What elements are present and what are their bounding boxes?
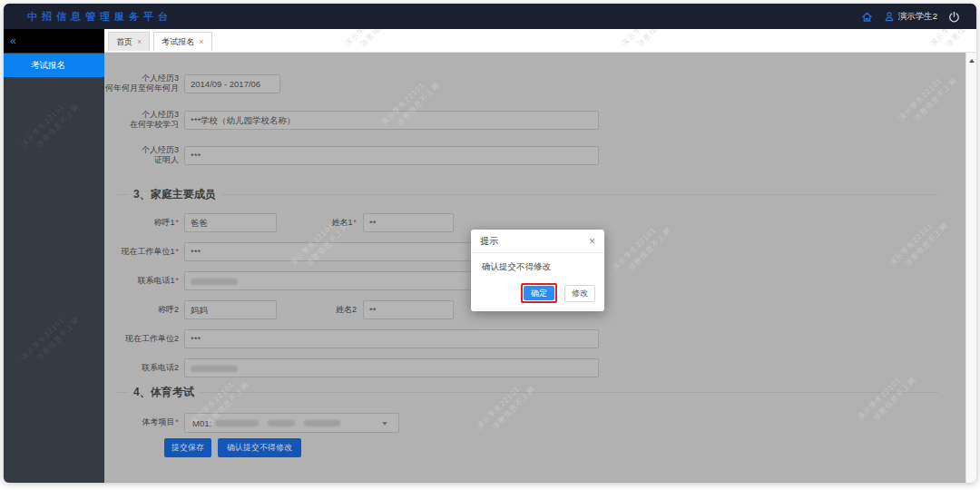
redacted-value	[191, 279, 238, 285]
collapse-icon: «	[10, 34, 16, 47]
section-family-members: 3、家庭主要成员	[116, 187, 938, 201]
tab-label: 首页	[116, 36, 132, 48]
close-tab-icon[interactable]: ×	[199, 37, 203, 46]
exp3-witness-input[interactable]: ***	[184, 146, 599, 165]
redacted-value	[304, 420, 340, 426]
watermark: 演示学生22101涉密信息不上网	[19, 308, 82, 370]
field-label: 个人经历3 在何学校学习	[104, 110, 179, 130]
name1-input[interactable]: **	[363, 213, 454, 232]
section-title: 4、体育考试	[133, 385, 194, 400]
modify-button[interactable]: 修改	[564, 285, 595, 302]
redacted-value	[268, 420, 295, 426]
sidebar-item-exam-registration[interactable]: 考试报名	[4, 54, 104, 77]
work2-input[interactable]: ***	[184, 329, 599, 348]
sport-item-select[interactable]: M01:	[184, 413, 399, 433]
app-title: 中招信息管理服务平台	[4, 10, 172, 24]
topbar: 中招信息管理服务平台 演示学生2	[4, 4, 976, 29]
scroll-up-arrow[interactable]	[969, 56, 975, 63]
field-phone2: 联系电话2	[104, 358, 965, 378]
submit-save-button[interactable]: 提交保存	[164, 438, 211, 457]
field-label: 体考项目*	[104, 413, 179, 432]
field-label: 称呼2	[104, 300, 179, 319]
phone2-input[interactable]	[184, 358, 599, 377]
redacted-value	[215, 420, 259, 426]
title1-input[interactable]: 爸爸	[184, 213, 277, 232]
chevron-down-icon	[382, 422, 387, 428]
app-window: 中招信息管理服务平台 演示学生2	[4, 4, 976, 483]
tab-bar: 首页 × 考试报名 × 演示学生22101涉密信息不上网 演示学生22101涉密…	[104, 29, 976, 53]
exp3-period-input[interactable]: 2014/09 - 2017/06	[184, 74, 280, 93]
tab-exam-registration[interactable]: 考试报名 ×	[153, 32, 211, 51]
field-exp3-school: 个人经历3 在何学校学习 ***学校（幼儿园学校名称）	[104, 111, 965, 131]
field-label: 姓名1*	[281, 213, 357, 232]
topbar-actions: 演示学生2	[861, 11, 976, 23]
confirm-ok-button[interactable]: 确定	[524, 286, 554, 300]
field-label: 称呼1*	[104, 213, 179, 232]
redacted-value	[191, 366, 238, 372]
watermark: 演示学生22101涉密信息不上网	[928, 29, 976, 53]
dialog-message: 确认提交不得修改	[471, 253, 604, 273]
field-sport-item: 体考项目* M01:	[104, 413, 965, 433]
tab-home[interactable]: 首页 ×	[108, 32, 150, 51]
form-actions: 提交保存 确认提交不得修改	[104, 438, 965, 458]
dialog-footer: 确定 修改	[471, 283, 604, 311]
username: 演示学生2	[898, 11, 937, 23]
field-label: 联系电话1*	[104, 271, 179, 290]
field-exp3-period: 个人经历3 何年何月至何年何月 2014/09 - 2017/06	[104, 74, 965, 94]
watermark: 演示学生22101涉密信息不上网	[620, 29, 682, 53]
field-label: 现在工作单位2	[104, 329, 179, 348]
logout-power-icon[interactable]	[948, 11, 960, 23]
annotation-highlight-box: 确定	[521, 283, 557, 303]
watermark: 演示学生22101涉密信息不上网	[343, 29, 406, 53]
user-icon	[884, 11, 895, 22]
sidebar: « 考试报名 演示学生22101涉密信息不上网 演示学生22101涉密信息不上网	[4, 29, 104, 483]
watermark: 演示学生22101涉密信息不上网	[19, 94, 82, 157]
sidebar-collapse-button[interactable]: «	[4, 29, 104, 53]
scrollbar[interactable]	[965, 53, 976, 483]
dialog-header: 提示 ×	[471, 230, 604, 253]
exp3-school-input[interactable]: ***学校（幼儿园学校名称）	[184, 111, 599, 130]
user-menu[interactable]: 演示学生2	[884, 11, 937, 23]
field-work2: 现在工作单位2 ***	[104, 329, 965, 349]
close-tab-icon[interactable]: ×	[137, 37, 142, 46]
field-label: 个人经历3 证明人	[104, 145, 179, 165]
section-sport-exam: 4、体育考试	[116, 385, 938, 399]
tab-label: 考试报名	[162, 36, 194, 48]
field-label: 现在工作单位1*	[104, 242, 179, 261]
dialog-title: 提示	[480, 235, 498, 248]
home-icon[interactable]	[861, 11, 873, 23]
section-title: 3、家庭主要成员	[133, 187, 216, 202]
field-label: 联系电话2	[104, 358, 179, 377]
title2-input[interactable]: 妈妈	[184, 300, 277, 319]
field-label: 个人经历3 何年何月至何年何月	[104, 74, 179, 93]
confirm-dialog: 提示 × 确认提交不得修改 确定 修改	[471, 230, 604, 311]
dialog-close-icon[interactable]: ×	[589, 236, 595, 247]
field-label: 姓名2	[281, 300, 357, 319]
confirm-submit-button[interactable]: 确认提交不得修改	[218, 438, 301, 457]
field-exp3-witness: 个人经历3 证明人 ***	[104, 146, 965, 166]
name2-input[interactable]: **	[363, 300, 454, 319]
